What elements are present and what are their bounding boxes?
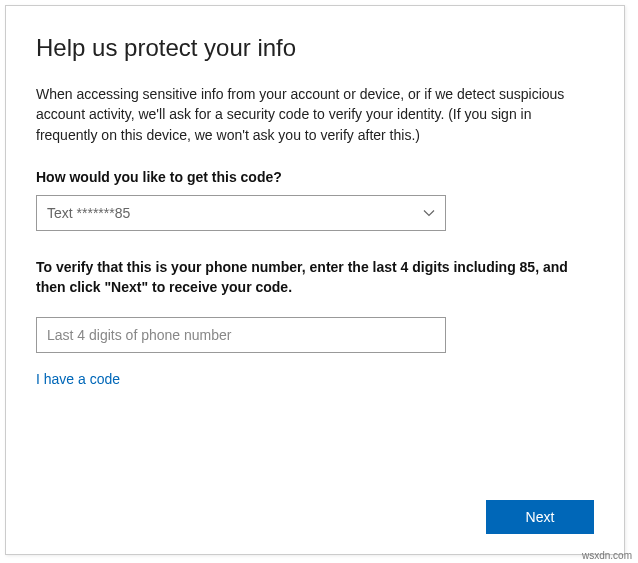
have-code-link[interactable]: I have a code: [36, 371, 594, 387]
method-prompt-label: How would you like to get this code?: [36, 169, 594, 185]
attribution-text: wsxdn.com: [582, 550, 632, 561]
code-method-dropdown[interactable]: Text *******85: [36, 195, 446, 231]
next-button[interactable]: Next: [486, 500, 594, 534]
code-method-selected-value: Text *******85: [47, 205, 130, 221]
last-4-digits-input[interactable]: [36, 317, 446, 353]
chevron-down-icon: [423, 207, 435, 219]
verify-instruction-text: To verify that this is your phone number…: [36, 257, 594, 298]
verify-identity-dialog: Help us protect your info When accessing…: [5, 5, 625, 555]
dialog-footer: Next: [486, 500, 594, 534]
intro-text: When accessing sensitive info from your …: [36, 84, 594, 145]
page-title: Help us protect your info: [36, 34, 594, 62]
